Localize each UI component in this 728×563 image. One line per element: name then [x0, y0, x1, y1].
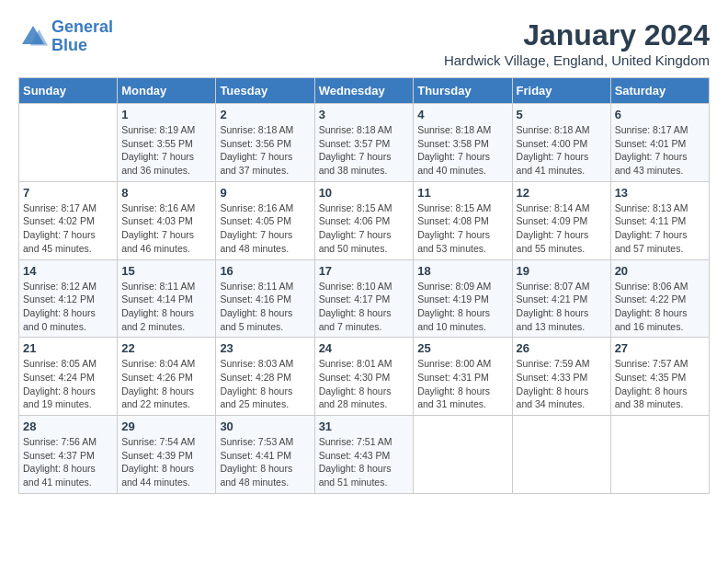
calendar-cell: 11Sunrise: 8:15 AM Sunset: 4:08 PM Dayli…	[414, 181, 512, 259]
day-number: 9	[220, 186, 310, 200]
day-info: Sunrise: 7:56 AM Sunset: 4:37 PM Dayligh…	[23, 435, 113, 489]
calendar-week-row: 1Sunrise: 8:19 AM Sunset: 3:55 PM Daylig…	[19, 104, 710, 182]
day-info: Sunrise: 8:00 AM Sunset: 4:31 PM Dayligh…	[417, 357, 507, 411]
day-of-week-header: Sunday	[19, 78, 118, 104]
day-number: 26	[517, 341, 607, 355]
calendar-cell: 25Sunrise: 8:00 AM Sunset: 4:31 PM Dayli…	[414, 338, 512, 416]
day-info: Sunrise: 8:11 AM Sunset: 4:14 PM Dayligh…	[121, 280, 211, 334]
calendar-cell: 8Sunrise: 8:16 AM Sunset: 4:03 PM Daylig…	[118, 181, 216, 259]
day-info: Sunrise: 8:18 AM Sunset: 4:00 PM Dayligh…	[517, 123, 607, 178]
day-number: 12	[517, 186, 607, 200]
calendar-cell: 29Sunrise: 7:54 AM Sunset: 4:39 PM Dayli…	[118, 416, 216, 494]
day-of-week-header: Monday	[118, 78, 216, 104]
day-of-week-header: Thursday	[414, 78, 512, 104]
day-number: 2	[220, 108, 310, 121]
day-info: Sunrise: 8:06 AM Sunset: 4:22 PM Dayligh…	[615, 280, 705, 334]
day-info: Sunrise: 8:19 AM Sunset: 3:55 PM Dayligh…	[121, 123, 211, 178]
day-number: 31	[319, 419, 410, 433]
calendar-cell: 14Sunrise: 8:12 AM Sunset: 4:12 PM Dayli…	[19, 259, 118, 338]
day-number: 25	[417, 341, 507, 355]
day-number: 21	[23, 341, 113, 355]
day-number: 18	[417, 264, 507, 278]
calendar-cell: 17Sunrise: 8:10 AM Sunset: 4:17 PM Dayli…	[314, 259, 414, 338]
day-number: 27	[615, 341, 705, 355]
day-number: 15	[121, 264, 211, 278]
day-number: 17	[319, 264, 410, 278]
day-info: Sunrise: 8:12 AM Sunset: 4:12 PM Dayligh…	[23, 280, 113, 334]
month-year: January 2024	[444, 18, 710, 52]
day-info: Sunrise: 8:18 AM Sunset: 3:57 PM Dayligh…	[319, 123, 410, 178]
calendar-cell: 26Sunrise: 7:59 AM Sunset: 4:33 PM Dayli…	[512, 338, 610, 416]
day-info: Sunrise: 8:17 AM Sunset: 4:01 PM Dayligh…	[615, 123, 705, 178]
calendar-cell: 12Sunrise: 8:14 AM Sunset: 4:09 PM Dayli…	[512, 181, 610, 259]
calendar-cell: 19Sunrise: 8:07 AM Sunset: 4:21 PM Dayli…	[512, 259, 610, 338]
logo-text: General Blue	[51, 18, 113, 55]
day-info: Sunrise: 7:59 AM Sunset: 4:33 PM Dayligh…	[517, 357, 607, 411]
day-info: Sunrise: 8:11 AM Sunset: 4:16 PM Dayligh…	[220, 280, 310, 334]
day-info: Sunrise: 8:18 AM Sunset: 3:58 PM Dayligh…	[417, 123, 507, 178]
day-number: 10	[319, 186, 410, 200]
day-info: Sunrise: 8:18 AM Sunset: 3:56 PM Dayligh…	[220, 123, 310, 178]
day-number: 22	[121, 341, 211, 355]
day-number: 19	[517, 264, 607, 278]
calendar-cell: 9Sunrise: 8:16 AM Sunset: 4:05 PM Daylig…	[216, 181, 314, 259]
day-info: Sunrise: 7:54 AM Sunset: 4:39 PM Dayligh…	[121, 435, 211, 489]
location: Hardwick Village, England, United Kingdo…	[444, 52, 710, 68]
day-info: Sunrise: 8:17 AM Sunset: 4:02 PM Dayligh…	[23, 201, 113, 256]
calendar-cell: 16Sunrise: 8:11 AM Sunset: 4:16 PM Dayli…	[216, 259, 314, 338]
calendar-week-row: 14Sunrise: 8:12 AM Sunset: 4:12 PM Dayli…	[19, 259, 710, 338]
day-number: 1	[121, 108, 211, 121]
day-of-week-header: Wednesday	[314, 78, 414, 104]
calendar-cell: 6Sunrise: 8:17 AM Sunset: 4:01 PM Daylig…	[610, 104, 709, 182]
day-info: Sunrise: 7:51 AM Sunset: 4:43 PM Dayligh…	[319, 435, 410, 489]
calendar-cell: 13Sunrise: 8:13 AM Sunset: 4:11 PM Dayli…	[610, 181, 709, 259]
day-number: 30	[220, 419, 310, 433]
calendar-cell: 24Sunrise: 8:01 AM Sunset: 4:30 PM Dayli…	[314, 338, 414, 416]
calendar-cell: 27Sunrise: 7:57 AM Sunset: 4:35 PM Dayli…	[610, 338, 709, 416]
day-number: 5	[517, 108, 607, 121]
day-info: Sunrise: 8:15 AM Sunset: 4:08 PM Dayligh…	[417, 201, 507, 256]
day-info: Sunrise: 8:10 AM Sunset: 4:17 PM Dayligh…	[319, 280, 410, 334]
calendar-cell: 2Sunrise: 8:18 AM Sunset: 3:56 PM Daylig…	[216, 104, 314, 182]
day-info: Sunrise: 8:16 AM Sunset: 4:05 PM Dayligh…	[220, 201, 310, 256]
calendar-cell	[414, 416, 512, 494]
day-number: 20	[615, 264, 705, 278]
calendar-cell: 10Sunrise: 8:15 AM Sunset: 4:06 PM Dayli…	[314, 181, 414, 259]
day-number: 29	[121, 419, 211, 433]
calendar-body: 1Sunrise: 8:19 AM Sunset: 3:55 PM Daylig…	[19, 104, 710, 494]
day-number: 23	[220, 341, 310, 355]
day-number: 13	[615, 186, 705, 200]
day-info: Sunrise: 7:53 AM Sunset: 4:41 PM Dayligh…	[220, 435, 310, 489]
day-number: 16	[220, 264, 310, 278]
calendar-cell: 15Sunrise: 8:11 AM Sunset: 4:14 PM Dayli…	[118, 259, 216, 338]
logo-line1: General	[51, 17, 113, 36]
calendar-cell	[19, 104, 118, 182]
day-number: 7	[23, 186, 113, 200]
day-info: Sunrise: 8:07 AM Sunset: 4:21 PM Dayligh…	[517, 280, 607, 334]
day-info: Sunrise: 8:16 AM Sunset: 4:03 PM Dayligh…	[121, 201, 211, 256]
logo-icon	[18, 22, 48, 52]
calendar-week-row: 28Sunrise: 7:56 AM Sunset: 4:37 PM Dayli…	[19, 416, 710, 494]
calendar-cell: 1Sunrise: 8:19 AM Sunset: 3:55 PM Daylig…	[118, 104, 216, 182]
calendar-cell: 21Sunrise: 8:05 AM Sunset: 4:24 PM Dayli…	[19, 338, 118, 416]
day-info: Sunrise: 8:05 AM Sunset: 4:24 PM Dayligh…	[23, 357, 113, 411]
day-of-week-header: Friday	[512, 78, 610, 104]
calendar-cell	[610, 416, 709, 494]
day-number: 4	[417, 108, 507, 121]
day-number: 14	[23, 264, 113, 278]
logo-line2: Blue	[51, 36, 87, 54]
day-info: Sunrise: 8:01 AM Sunset: 4:30 PM Dayligh…	[319, 357, 410, 411]
calendar-cell: 4Sunrise: 8:18 AM Sunset: 3:58 PM Daylig…	[414, 104, 512, 182]
day-number: 24	[319, 341, 410, 355]
calendar-cell: 28Sunrise: 7:56 AM Sunset: 4:37 PM Dayli…	[19, 416, 118, 494]
page-header: General Blue January 2024 Hardwick Villa…	[18, 18, 710, 68]
calendar-cell: 23Sunrise: 8:03 AM Sunset: 4:28 PM Dayli…	[216, 338, 314, 416]
calendar-week-row: 21Sunrise: 8:05 AM Sunset: 4:24 PM Dayli…	[19, 338, 710, 416]
calendar-cell: 31Sunrise: 7:51 AM Sunset: 4:43 PM Dayli…	[314, 416, 414, 494]
calendar-cell: 22Sunrise: 8:04 AM Sunset: 4:26 PM Dayli…	[118, 338, 216, 416]
day-number: 11	[417, 186, 507, 200]
calendar-cell: 20Sunrise: 8:06 AM Sunset: 4:22 PM Dayli…	[610, 259, 709, 338]
day-number: 28	[23, 419, 113, 433]
day-of-week-header: Saturday	[610, 78, 709, 104]
calendar-cell: 5Sunrise: 8:18 AM Sunset: 4:00 PM Daylig…	[512, 104, 610, 182]
